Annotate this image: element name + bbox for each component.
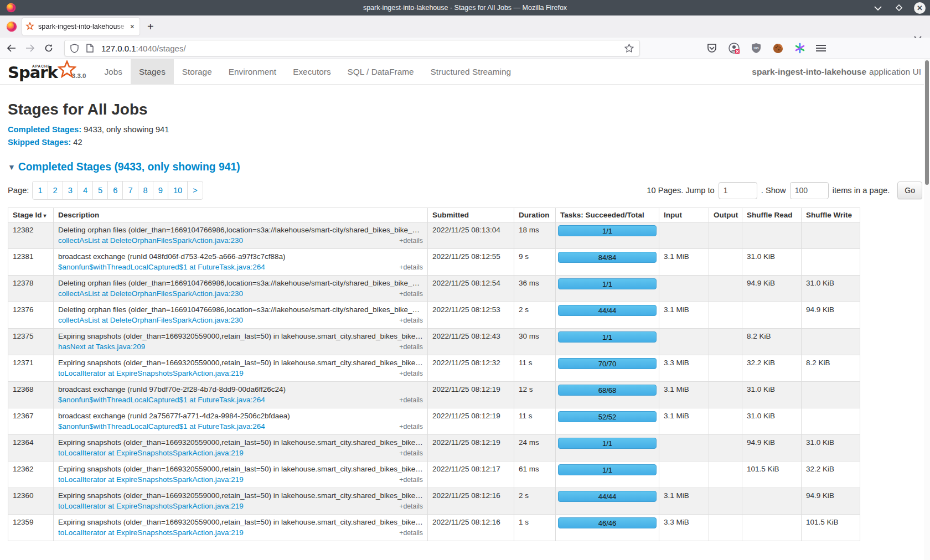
nav-item-storage[interactable]: Storage (174, 59, 220, 84)
description-text: Expiring snapshots (older_than=166932055… (58, 465, 423, 473)
minimize-icon[interactable] (872, 2, 884, 14)
details-toggle[interactable]: +details (399, 290, 423, 298)
nav-item-sql-dataframe[interactable]: SQL / DataFrame (339, 59, 422, 84)
description-link[interactable]: toLocalIterator at ExpireSnapshotsSparkA… (58, 475, 244, 484)
account-icon[interactable] (728, 42, 740, 54)
page-info-icon[interactable] (86, 44, 94, 53)
details-toggle[interactable]: +details (399, 423, 423, 431)
maximize-icon[interactable] (893, 2, 905, 14)
url-text[interactable]: 127.0.0.1:4040/stages/ (101, 44, 624, 53)
description-line2: hasNext at Tasks.java:209+details (58, 343, 423, 351)
page-button-5[interactable]: 5 (92, 181, 108, 200)
bookmark-star-icon[interactable] (624, 44, 634, 53)
input-cell (659, 435, 709, 462)
page-button-2[interactable]: 2 (48, 181, 63, 200)
page-scrollbar[interactable] (924, 59, 930, 560)
details-toggle[interactable]: +details (399, 237, 423, 245)
nav-item-jobs[interactable]: Jobs (96, 59, 131, 84)
section-title-link[interactable]: Completed Stages (9433, only showing 941… (18, 161, 240, 173)
description-link[interactable]: collectAsList at DeleteOrphanFilesSparkA… (58, 289, 243, 298)
reload-icon[interactable] (41, 40, 56, 56)
details-toggle[interactable]: +details (399, 396, 423, 404)
nav-item-stages[interactable]: Stages (131, 59, 174, 84)
description-link[interactable]: $anonfun$withThreadLocalCaptured$1 at Fu… (58, 396, 265, 404)
spark-logo[interactable]: APACHE Spark 3.3.0 (0, 59, 96, 84)
shuffle-read-cell: 101.5 KiB (742, 462, 802, 488)
description-link[interactable]: toLocalIterator at ExpireSnapshotsSparkA… (58, 502, 244, 510)
tab-close-icon[interactable]: × (128, 22, 136, 31)
page-button-8[interactable]: 8 (138, 181, 153, 200)
page-button-6[interactable]: 6 (107, 181, 123, 200)
menu-hamburger-icon[interactable] (816, 44, 826, 52)
url-bar[interactable]: 127.0.0.1:4040/stages/ (64, 40, 640, 56)
ublock-shield-icon[interactable]: UO (751, 43, 762, 54)
details-toggle[interactable]: +details (399, 343, 423, 351)
svg-text:UO: UO (754, 46, 759, 50)
firefox-view-icon[interactable] (6, 20, 18, 33)
new-tab-button[interactable]: + (147, 20, 154, 33)
pocket-icon[interactable] (706, 43, 717, 54)
forward-icon[interactable] (22, 40, 38, 56)
collapse-arrow-icon[interactable]: ▼ (8, 163, 16, 172)
jump-to-page-input[interactable] (719, 182, 757, 199)
nav-item-executors[interactable]: Executors (285, 59, 339, 84)
nav-item-environment[interactable]: Environment (220, 59, 285, 84)
go-button[interactable]: Go (897, 182, 922, 199)
tasks-progress: 1/1 (558, 438, 657, 449)
page-button-7[interactable]: 7 (122, 181, 138, 200)
description-link[interactable]: collectAsList at DeleteOrphanFilesSparkA… (58, 316, 243, 324)
column-header-shuffle-write[interactable]: Shuffle Write (802, 208, 860, 222)
description-link[interactable]: hasNext at Tasks.java:209 (58, 343, 145, 351)
shield-icon[interactable] (70, 44, 79, 53)
details-toggle[interactable]: +details (399, 476, 423, 484)
description-link[interactable]: $anonfun$withThreadLocalCaptured$1 at Fu… (58, 422, 265, 431)
cookie-icon[interactable] (772, 43, 784, 54)
details-toggle[interactable]: +details (399, 529, 423, 537)
description-link[interactable]: collectAsList at DeleteOrphanFilesSparkA… (58, 236, 243, 245)
summary-value: 9433, only showing 941 (84, 125, 169, 134)
page-button-1[interactable]: 1 (32, 181, 48, 200)
tasks-progress-bar: 1/1 (558, 438, 657, 449)
details-toggle[interactable]: +details (399, 317, 423, 324)
column-header-duration[interactable]: Duration (514, 208, 556, 222)
nav-item-structured-streaming[interactable]: Structured Streaming (422, 59, 519, 84)
shuffle-write-cell: 94.9 KiB (802, 302, 860, 329)
sort-arrow-icon: ▾ (44, 212, 46, 219)
close-icon[interactable]: ✕ (914, 2, 926, 14)
column-header-stage-id[interactable]: Stage Id▾ (8, 208, 54, 222)
tasks-cell: 46/46 (556, 515, 659, 541)
input-cell (659, 222, 709, 249)
browser-tab[interactable]: spark-ingest-into-lakehouse × (22, 18, 140, 35)
description-text: Expiring snapshots (older_than=166932055… (58, 359, 423, 367)
next-page-button[interactable]: > (187, 181, 203, 200)
details-toggle[interactable]: +details (399, 502, 423, 510)
page-button-3[interactable]: 3 (63, 181, 78, 200)
page-button-10[interactable]: 10 (168, 181, 188, 200)
items-per-page-input[interactable] (790, 182, 829, 199)
summary-line: Completed Stages: 9433, only showing 941 (8, 124, 930, 135)
column-header-description[interactable]: Description (54, 208, 428, 222)
page-button-9[interactable]: 9 (153, 181, 168, 200)
description-text: Deleting orphan files (older_than=166910… (58, 279, 423, 287)
column-header-input[interactable]: Input (659, 208, 709, 222)
column-header-submitted[interactable]: Submitted (428, 208, 514, 222)
description-link[interactable]: toLocalIterator at ExpireSnapshotsSparkA… (58, 369, 244, 377)
scrollbar-thumb[interactable] (925, 60, 929, 185)
shuffle-read-cell: 31.0 KiB (742, 249, 802, 276)
table-row: 12364Expiring snapshots (older_than=1669… (8, 435, 860, 462)
column-header-output[interactable]: Output (709, 208, 742, 222)
details-toggle[interactable]: +details (399, 449, 423, 457)
description-link[interactable]: $anonfun$withThreadLocalCaptured$1 at Fu… (58, 263, 265, 271)
description-link[interactable]: toLocalIterator at ExpireSnapshotsSparkA… (58, 528, 244, 537)
details-toggle[interactable]: +details (399, 263, 423, 271)
back-icon[interactable] (3, 40, 19, 56)
description-text: broadcast exchange (runId 97bdf70e-2f28-… (58, 385, 423, 393)
column-header-tasks-succeeded-total[interactable]: Tasks: Succeeded/Total (556, 208, 659, 222)
duration-cell: 2 s (514, 488, 556, 515)
extension-asterisk-icon[interactable] (794, 43, 805, 54)
details-toggle[interactable]: +details (399, 370, 423, 377)
description-link[interactable]: toLocalIterator at ExpireSnapshotsSparkA… (58, 449, 244, 457)
column-header-shuffle-read[interactable]: Shuffle Read (742, 208, 802, 222)
page-button-4[interactable]: 4 (78, 181, 93, 200)
description-line2: toLocalIterator at ExpireSnapshotsSparkA… (58, 369, 423, 377)
